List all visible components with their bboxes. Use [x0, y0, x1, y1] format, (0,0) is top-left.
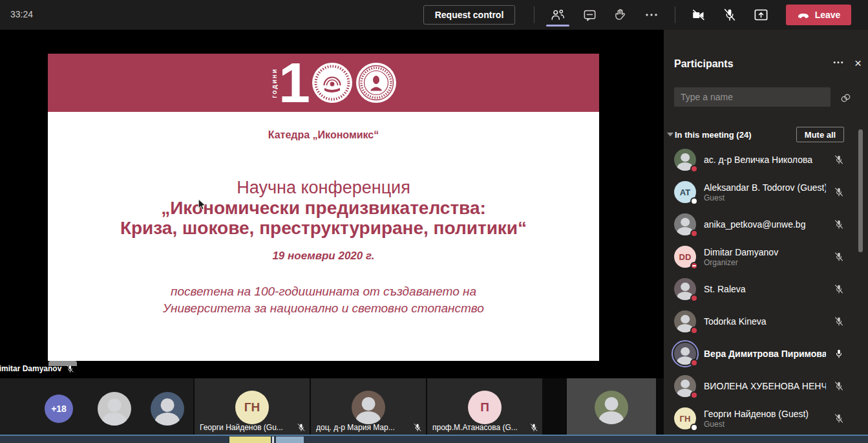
tile-name-label: проф.М.Атанасова (G...	[432, 423, 538, 432]
mouse-cursor-icon	[198, 199, 206, 211]
mic-muted-icon	[413, 423, 422, 432]
status-badge	[690, 327, 698, 334]
university-seal-icon	[312, 62, 353, 103]
participant-row[interactable]: DD Dimitar Damyanov Organizer	[674, 241, 845, 273]
status-badge	[690, 294, 698, 302]
logo-number: 1	[279, 59, 309, 106]
mic-muted-icon	[834, 155, 844, 165]
copy-link-icon[interactable]	[840, 92, 852, 104]
tile-participant-name: Георги Найденов (Gu...	[200, 423, 283, 432]
tile-mic-icon	[297, 423, 306, 432]
mic-muted-icon	[834, 413, 844, 424]
background-window-fragment	[276, 437, 304, 443]
status-badge	[690, 424, 698, 431]
mic-off-icon[interactable]	[720, 6, 739, 24]
overflow-count-badge[interactable]: +18	[45, 394, 73, 423]
panel-more-options-icon[interactable]	[833, 61, 843, 64]
participant-row[interactable]: St. Raleva	[674, 273, 845, 305]
participant-name: Георги Найденов (Guest)	[704, 409, 826, 419]
mic-muted-icon	[297, 423, 306, 432]
background-window-fragment	[229, 437, 271, 443]
participant-avatar[interactable]	[98, 392, 131, 426]
title-line-3: Криза, шокове, преструктуриране, политик…	[48, 218, 599, 238]
tile-mic-icon	[413, 423, 422, 432]
participant-text: Георги Найденов (Guest) Guest	[704, 409, 826, 429]
presenter-mic-muted-icon	[66, 365, 74, 373]
leave-button[interactable]: Leave	[786, 5, 851, 25]
participant-mic-icon	[834, 413, 845, 424]
participant-row[interactable]: ВИОЛЕНА ХУБЕНОВА НЕНЧЕ...	[674, 370, 845, 402]
tile-participant-name: доц. д-р Мария Мар...	[316, 423, 395, 432]
participant-row[interactable]: Вера Димитрова Пиримова	[674, 338, 845, 370]
video-tile[interactable]: П проф.М.Атанасова (G...	[427, 378, 542, 435]
video-tile[interactable]	[567, 378, 656, 435]
participant-text: Aleksandar B. Todorov (Guest) Guest	[704, 182, 826, 202]
mic-muted-icon	[834, 381, 844, 391]
participant-mic-icon	[834, 381, 845, 391]
leave-button-label: Leave	[815, 10, 841, 20]
camera-off-icon[interactable]	[689, 6, 708, 24]
status-badge	[690, 230, 698, 237]
participant-name: Dimitar Damyanov	[704, 247, 826, 257]
video-tile[interactable]: ГН Георги Найденов (Gu...	[195, 378, 310, 435]
participant-mic-icon	[834, 252, 845, 262]
request-control-button[interactable]: Request control	[423, 5, 515, 25]
participant-avatar: П	[468, 391, 502, 424]
background-window-fragment	[272, 437, 274, 443]
participant-row[interactable]: ас. д-р Величка Николова	[674, 144, 845, 176]
participant-avatar	[352, 391, 385, 424]
anniversary-logo: години 1	[271, 59, 397, 106]
status-badge	[690, 359, 698, 367]
participant-name: Aleksandar B. Todorov (Guest)	[704, 182, 826, 193]
divider	[534, 6, 535, 23]
more-options-icon[interactable]	[642, 6, 661, 24]
participant-row[interactable]: AT Aleksandar B. Todorov (Guest) Guest	[674, 176, 845, 208]
department-title: Катедра „Икономикс“	[48, 129, 599, 141]
participant-name: ас. д-р Величка Николова	[704, 155, 826, 165]
portrait-seal-icon	[355, 62, 397, 103]
roster-icon[interactable]	[548, 6, 567, 24]
chat-icon[interactable]	[580, 6, 599, 24]
scrollbar-thumb[interactable]	[858, 129, 863, 252]
phone-icon	[797, 11, 810, 19]
mic-muted-icon	[529, 423, 538, 432]
participant-avatar	[674, 343, 696, 365]
participants-panel: Participants × In this meeting (24) Mute…	[664, 30, 868, 435]
mic-muted-icon	[834, 187, 844, 197]
participant-text: anika_petkova@unwe.bg	[704, 219, 826, 230]
slide-banner: години 1	[48, 54, 599, 112]
active-tab-underline	[546, 25, 569, 27]
mute-all-button[interactable]: Mute all	[796, 127, 844, 142]
participant-search-input[interactable]	[674, 87, 831, 107]
conference-date: 19 ноември 2020 г.	[48, 250, 599, 263]
participant-row[interactable]: Todorka Kineva	[674, 305, 845, 338]
raise-hand-icon[interactable]	[611, 6, 630, 24]
share-screen-icon[interactable]	[751, 6, 770, 24]
participant-role: Guest	[704, 193, 826, 202]
video-tile[interactable]: доц. д-р Мария Мар...	[311, 378, 426, 435]
meeting-timer: 33:24	[10, 9, 33, 19]
presenter-name-label: Dimitar Damyanov	[0, 363, 77, 374]
participant-row[interactable]: ГН Георги Найденов (Guest) Guest	[674, 402, 845, 435]
participant-role: Guest	[704, 420, 826, 429]
participant-avatar	[674, 310, 696, 332]
participant-name: ВИОЛЕНА ХУБЕНОВА НЕНЧЕ...	[704, 381, 826, 391]
stage: години 1	[0, 30, 664, 435]
participant-row[interactable]: anika_petkova@unwe.bg	[674, 208, 845, 241]
meeting-top-bar: 33:24 Request control	[0, 0, 868, 30]
participant-name: St. Raleva	[704, 284, 826, 294]
participant-mic-icon	[834, 284, 845, 294]
participant-mic-icon	[834, 349, 845, 359]
dedication-text: посветена на 100-годишнината от създаван…	[48, 283, 599, 317]
participant-avatar: ГН	[674, 407, 696, 429]
status-badge	[690, 165, 698, 173]
participant-avatar	[674, 213, 696, 235]
tile-name-label: доц. д-р Мария Мар...	[316, 423, 422, 432]
section-chevron-icon[interactable]	[667, 133, 673, 136]
panel-close-icon[interactable]: ×	[854, 57, 862, 70]
participant-avatar	[674, 278, 696, 300]
tile-mic-icon	[529, 423, 538, 432]
participant-avatar[interactable]	[151, 392, 184, 426]
participant-mic-icon	[834, 187, 845, 197]
section-label: In this meeting (24)	[675, 130, 751, 140]
